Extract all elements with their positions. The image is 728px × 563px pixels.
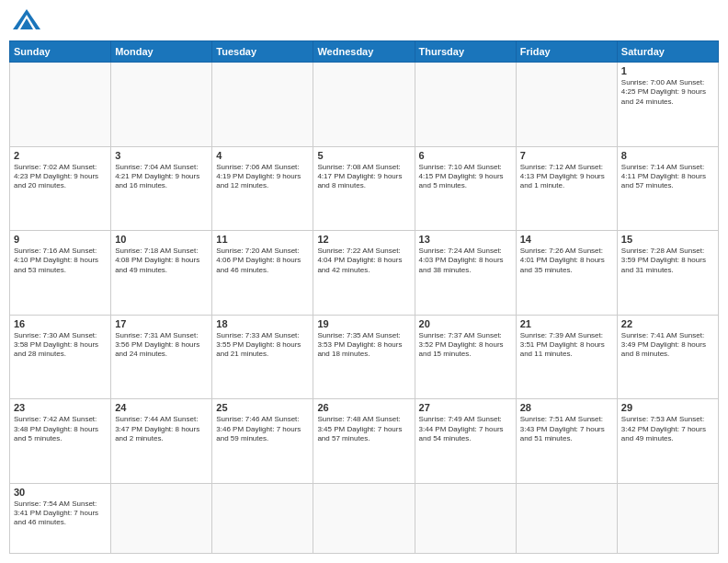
calendar-cell: 21Sunrise: 7:39 AM Sunset: 3:51 PM Dayli… — [516, 315, 617, 399]
day-info: Sunrise: 7:14 AM Sunset: 4:11 PM Dayligh… — [621, 163, 714, 191]
day-info: Sunrise: 7:31 AM Sunset: 3:56 PM Dayligh… — [115, 331, 208, 360]
day-number: 15 — [621, 234, 714, 245]
day-info: Sunrise: 7:48 AM Sunset: 3:45 PM Dayligh… — [317, 415, 410, 443]
calendar-cell — [516, 63, 617, 147]
day-number: 22 — [621, 318, 714, 329]
day-number: 2 — [14, 150, 107, 161]
day-number: 6 — [419, 150, 512, 161]
day-number: 28 — [520, 402, 613, 413]
calendar-cell: 14Sunrise: 7:26 AM Sunset: 4:01 PM Dayli… — [516, 231, 617, 316]
day-info: Sunrise: 7:04 AM Sunset: 4:21 PM Dayligh… — [115, 163, 208, 191]
calendar-cell: 25Sunrise: 7:46 AM Sunset: 3:46 PM Dayli… — [212, 399, 313, 484]
page: SundayMondayTuesdayWednesdayThursdayFrid… — [0, 0, 728, 563]
day-info: Sunrise: 7:42 AM Sunset: 3:48 PM Dayligh… — [14, 415, 107, 443]
week-row-1: 1Sunrise: 7:00 AM Sunset: 4:25 PM Daylig… — [10, 63, 719, 147]
weekday-header-thursday: Thursday — [415, 41, 516, 63]
day-number: 21 — [520, 318, 613, 329]
day-info: Sunrise: 7:37 AM Sunset: 3:52 PM Dayligh… — [419, 331, 512, 360]
week-row-4: 16Sunrise: 7:30 AM Sunset: 3:58 PM Dayli… — [10, 315, 719, 399]
day-info: Sunrise: 7:26 AM Sunset: 4:01 PM Dayligh… — [520, 247, 613, 275]
calendar-cell: 18Sunrise: 7:33 AM Sunset: 3:55 PM Dayli… — [212, 315, 313, 399]
calendar-cell: 24Sunrise: 7:44 AM Sunset: 3:47 PM Dayli… — [111, 399, 212, 484]
day-info: Sunrise: 7:33 AM Sunset: 3:55 PM Dayligh… — [216, 331, 309, 360]
logo — [9, 9, 40, 33]
calendar-cell: 4Sunrise: 7:06 AM Sunset: 4:19 PM Daylig… — [212, 146, 313, 231]
day-number: 5 — [317, 150, 410, 161]
day-info: Sunrise: 7:02 AM Sunset: 4:23 PM Dayligh… — [14, 163, 107, 191]
day-info: Sunrise: 7:10 AM Sunset: 4:15 PM Dayligh… — [419, 163, 512, 191]
calendar-cell: 15Sunrise: 7:28 AM Sunset: 3:59 PM Dayli… — [617, 231, 718, 316]
day-number: 23 — [14, 402, 107, 413]
calendar-cell: 8Sunrise: 7:14 AM Sunset: 4:11 PM Daylig… — [617, 146, 718, 231]
week-row-6: 30Sunrise: 7:54 AM Sunset: 3:41 PM Dayli… — [10, 483, 719, 553]
calendar-cell: 22Sunrise: 7:41 AM Sunset: 3:49 PM Dayli… — [617, 315, 718, 399]
day-info: Sunrise: 7:22 AM Sunset: 4:04 PM Dayligh… — [317, 247, 410, 275]
day-number: 1 — [621, 65, 714, 76]
week-row-5: 23Sunrise: 7:42 AM Sunset: 3:48 PM Dayli… — [10, 399, 719, 484]
calendar-cell: 1Sunrise: 7:00 AM Sunset: 4:25 PM Daylig… — [617, 63, 718, 147]
day-info: Sunrise: 7:30 AM Sunset: 3:58 PM Dayligh… — [14, 331, 107, 360]
calendar-cell — [212, 63, 313, 147]
day-info: Sunrise: 7:28 AM Sunset: 3:59 PM Dayligh… — [621, 247, 714, 275]
calendar-cell — [516, 483, 617, 553]
day-info: Sunrise: 7:49 AM Sunset: 3:44 PM Dayligh… — [419, 415, 512, 443]
day-info: Sunrise: 7:08 AM Sunset: 4:17 PM Dayligh… — [317, 163, 410, 191]
calendar-cell — [415, 483, 516, 553]
day-number: 16 — [14, 318, 107, 329]
day-number: 26 — [317, 402, 410, 413]
week-row-3: 9Sunrise: 7:16 AM Sunset: 4:10 PM Daylig… — [10, 231, 719, 316]
day-number: 18 — [216, 318, 309, 329]
day-info: Sunrise: 7:20 AM Sunset: 4:06 PM Dayligh… — [216, 247, 309, 275]
day-info: Sunrise: 7:16 AM Sunset: 4:10 PM Dayligh… — [14, 247, 107, 275]
day-info: Sunrise: 7:54 AM Sunset: 3:41 PM Dayligh… — [14, 500, 107, 528]
calendar-cell: 30Sunrise: 7:54 AM Sunset: 3:41 PM Dayli… — [10, 483, 111, 553]
day-info: Sunrise: 7:44 AM Sunset: 3:47 PM Dayligh… — [115, 415, 208, 443]
weekday-header-saturday: Saturday — [617, 41, 718, 63]
day-number: 12 — [317, 234, 410, 245]
day-info: Sunrise: 7:35 AM Sunset: 3:53 PM Dayligh… — [317, 331, 410, 360]
calendar-cell: 7Sunrise: 7:12 AM Sunset: 4:13 PM Daylig… — [516, 146, 617, 231]
day-number: 11 — [216, 234, 309, 245]
calendar-cell: 10Sunrise: 7:18 AM Sunset: 4:08 PM Dayli… — [111, 231, 212, 316]
calendar-cell: 5Sunrise: 7:08 AM Sunset: 4:17 PM Daylig… — [313, 146, 415, 231]
day-info: Sunrise: 7:18 AM Sunset: 4:08 PM Dayligh… — [115, 247, 208, 275]
calendar-table: SundayMondayTuesdayWednesdayThursdayFrid… — [9, 40, 719, 554]
weekday-header-friday: Friday — [516, 41, 617, 63]
calendar-cell — [212, 483, 313, 553]
calendar-cell — [313, 483, 415, 553]
calendar-cell — [617, 483, 718, 553]
day-number: 20 — [419, 318, 512, 329]
calendar-cell: 23Sunrise: 7:42 AM Sunset: 3:48 PM Dayli… — [10, 399, 111, 484]
day-info: Sunrise: 7:06 AM Sunset: 4:19 PM Dayligh… — [216, 163, 309, 191]
logo-icon — [13, 9, 40, 33]
calendar-cell — [415, 63, 516, 147]
calendar-cell: 3Sunrise: 7:04 AM Sunset: 4:21 PM Daylig… — [111, 146, 212, 231]
day-info: Sunrise: 7:51 AM Sunset: 3:43 PM Dayligh… — [520, 415, 613, 443]
calendar-cell: 13Sunrise: 7:24 AM Sunset: 4:03 PM Dayli… — [415, 231, 516, 316]
calendar-cell: 16Sunrise: 7:30 AM Sunset: 3:58 PM Dayli… — [10, 315, 111, 399]
weekday-header-wednesday: Wednesday — [313, 41, 415, 63]
day-info: Sunrise: 7:24 AM Sunset: 4:03 PM Dayligh… — [419, 247, 512, 275]
calendar-cell: 9Sunrise: 7:16 AM Sunset: 4:10 PM Daylig… — [10, 231, 111, 316]
week-row-2: 2Sunrise: 7:02 AM Sunset: 4:23 PM Daylig… — [10, 146, 719, 231]
day-info: Sunrise: 7:12 AM Sunset: 4:13 PM Dayligh… — [520, 163, 613, 191]
weekday-header-tuesday: Tuesday — [212, 41, 313, 63]
day-number: 9 — [14, 234, 107, 245]
day-info: Sunrise: 7:39 AM Sunset: 3:51 PM Dayligh… — [520, 331, 613, 360]
day-number: 3 — [115, 150, 208, 161]
day-number: 27 — [419, 402, 512, 413]
day-number: 7 — [520, 150, 613, 161]
calendar-cell — [111, 483, 212, 553]
calendar-cell: 19Sunrise: 7:35 AM Sunset: 3:53 PM Dayli… — [313, 315, 415, 399]
calendar-cell: 6Sunrise: 7:10 AM Sunset: 4:15 PM Daylig… — [415, 146, 516, 231]
day-number: 14 — [520, 234, 613, 245]
weekday-header-monday: Monday — [111, 41, 212, 63]
calendar-cell — [111, 63, 212, 147]
calendar-cell: 27Sunrise: 7:49 AM Sunset: 3:44 PM Dayli… — [415, 399, 516, 484]
day-number: 19 — [317, 318, 410, 329]
day-number: 13 — [419, 234, 512, 245]
calendar-cell: 17Sunrise: 7:31 AM Sunset: 3:56 PM Dayli… — [111, 315, 212, 399]
weekday-header-sunday: Sunday — [10, 41, 111, 63]
day-info: Sunrise: 7:41 AM Sunset: 3:49 PM Dayligh… — [621, 331, 714, 360]
day-info: Sunrise: 7:53 AM Sunset: 3:42 PM Dayligh… — [621, 415, 714, 443]
